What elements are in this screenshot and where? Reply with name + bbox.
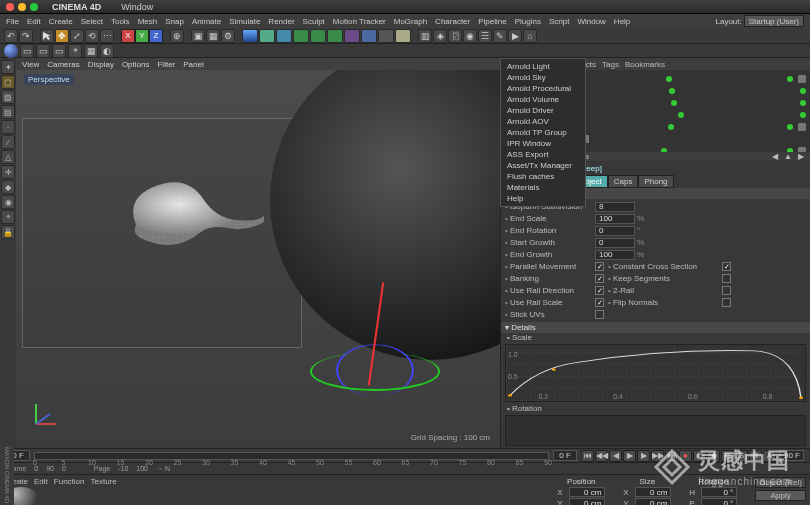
visibility-render-dot[interactable] xyxy=(800,112,806,118)
menu-character[interactable]: Character xyxy=(435,17,470,26)
light-button[interactable] xyxy=(395,29,411,43)
vp-menu-filter[interactable]: Filter xyxy=(157,60,175,69)
live-select-tool[interactable] xyxy=(40,29,54,43)
plugin-item[interactable]: Arnold Driver xyxy=(501,105,585,116)
play-fwd-button[interactable]: ▶ xyxy=(623,450,636,462)
stick-uvs-checkbox[interactable] xyxy=(595,310,604,319)
workplane-toggle[interactable]: ▦ xyxy=(84,44,98,58)
keep-segments-checkbox[interactable] xyxy=(722,274,731,283)
two-rail-checkbox[interactable] xyxy=(722,286,731,295)
tab-phong[interactable]: Phong xyxy=(638,175,673,188)
edge-mode-button[interactable]: ∕ xyxy=(1,135,15,149)
environment-button[interactable] xyxy=(361,29,377,43)
spline-pen-button[interactable] xyxy=(259,29,275,43)
timeline-cur-field[interactable]: 0 F xyxy=(553,450,577,461)
pos-y-input[interactable]: 0 cm xyxy=(569,498,605,505)
coord-mode-dropdown[interactable]: Object (Rel) xyxy=(755,477,806,488)
plugin-item[interactable]: Arnold Sky xyxy=(501,72,585,83)
move-tool[interactable]: ✥ xyxy=(55,29,69,43)
phong-tag-icon[interactable] xyxy=(798,75,806,83)
pos-x-input[interactable]: 0 cm xyxy=(569,487,605,497)
menu-mesh[interactable]: Mesh xyxy=(138,17,158,26)
visibility-editor-dot[interactable] xyxy=(678,112,684,118)
rot-p-input[interactable]: 0 ° xyxy=(701,498,737,505)
menu-simulate[interactable]: Simulate xyxy=(229,17,260,26)
generator-array-button[interactable] xyxy=(310,29,326,43)
camera-button[interactable] xyxy=(378,29,394,43)
rotation-spline-editor[interactable] xyxy=(505,415,806,446)
record-key-button[interactable]: ● xyxy=(679,450,692,462)
menu-render[interactable]: Render xyxy=(268,17,294,26)
texture-mode-button[interactable]: ▧ xyxy=(1,90,15,104)
am-nav-up-icon[interactable]: ▲ xyxy=(784,152,792,161)
sel-filter-1[interactable]: ▭ xyxy=(20,44,34,58)
mat-menu-edit[interactable]: Edit xyxy=(34,477,48,486)
end-scale-input[interactable]: 100 xyxy=(595,214,635,224)
tweak-mode-button[interactable]: ◆ xyxy=(1,180,15,194)
menu-motion-tracker[interactable]: Motion Tracker xyxy=(333,17,386,26)
end-rotation-input[interactable]: 0 xyxy=(595,226,635,236)
plugins-submenu[interactable]: Arnold Light Arnold Sky Arnold Procedura… xyxy=(500,58,586,207)
menu-file[interactable]: File xyxy=(6,17,19,26)
sculpt-button[interactable]: ✎ xyxy=(493,29,507,43)
goto-start-button[interactable]: ⏮ xyxy=(581,450,594,462)
os-menu-window[interactable]: Window xyxy=(121,2,153,12)
menu-mograph[interactable]: MoGraph xyxy=(394,17,427,26)
menu-edit[interactable]: Edit xyxy=(27,17,41,26)
render-view-button[interactable]: ▣ xyxy=(191,29,205,43)
am-nav-back-icon[interactable]: ◀ xyxy=(772,152,778,161)
timeline-end-field[interactable]: 90 F xyxy=(780,450,804,461)
plugin-item[interactable]: Materials xyxy=(501,182,585,193)
rail-scale-checkbox[interactable] xyxy=(595,298,604,307)
om-menu-tags[interactable]: Tags xyxy=(602,60,619,69)
parallel-movement-checkbox[interactable] xyxy=(595,262,604,271)
visibility-editor-dot[interactable] xyxy=(669,88,675,94)
visibility-editor-dot[interactable] xyxy=(666,76,672,82)
visibility-render-dot[interactable] xyxy=(787,148,793,152)
mat-menu-function[interactable]: Function xyxy=(54,477,85,486)
menu-select[interactable]: Select xyxy=(81,17,103,26)
render-settings-button[interactable]: ⚙ xyxy=(221,29,235,43)
menu-script[interactable]: Script xyxy=(549,17,569,26)
prev-frame-button[interactable]: ◀ xyxy=(609,450,622,462)
rail-direction-checkbox[interactable] xyxy=(595,286,604,295)
size-y-input[interactable]: 0 cm xyxy=(635,498,671,505)
dynamics-button[interactable]: ◉ xyxy=(463,29,477,43)
plugin-item[interactable]: Help xyxy=(501,193,585,204)
sel-filter-2[interactable]: ▭ xyxy=(36,44,50,58)
axis-y-toggle[interactable]: Y xyxy=(135,29,149,43)
visibility-render-dot[interactable] xyxy=(800,100,806,106)
active-tool-icon[interactable] xyxy=(4,44,18,58)
vp-menu-view[interactable]: View xyxy=(22,60,39,69)
phong-tag-icon[interactable] xyxy=(798,123,806,131)
menu-plugins[interactable]: Plugins xyxy=(515,17,541,26)
motion-button[interactable]: ▶ xyxy=(508,29,522,43)
scale-spline-editor[interactable]: 1.0 0.5 0.2 0.4 0.6 0.8 xyxy=(505,344,806,402)
point-mode-button[interactable]: · xyxy=(1,120,15,134)
window-close-button[interactable] xyxy=(6,3,14,11)
axis-z-toggle[interactable]: Z xyxy=(149,29,163,43)
rotate-tool[interactable]: ⟲ xyxy=(85,29,99,43)
flip-normals-checkbox[interactable] xyxy=(722,298,731,307)
mograph-effector-button[interactable]: ◈ xyxy=(433,29,447,43)
keyframe-sel-button[interactable]: ◆ xyxy=(707,450,720,462)
window-zoom-button[interactable] xyxy=(30,3,38,11)
visibility-editor-dot[interactable] xyxy=(668,124,674,130)
menu-help[interactable]: Help xyxy=(614,17,630,26)
snap-enable-button[interactable]: ⌖ xyxy=(1,210,15,224)
layout-dropdown[interactable]: Startup (User) xyxy=(744,15,804,27)
plugin-item[interactable]: ASS Export xyxy=(501,149,585,160)
end-growth-input[interactable]: 100 xyxy=(595,250,635,260)
rot-key-button[interactable]: R xyxy=(749,450,762,462)
snap-toggle[interactable]: ⌖ xyxy=(68,44,82,58)
rot-h-input[interactable]: 0 ° xyxy=(701,487,737,497)
plugin-item[interactable]: Arnold TP Group xyxy=(501,127,585,138)
section-details[interactable]: ▾ Details xyxy=(501,322,810,333)
goto-end-button[interactable]: ⏭ xyxy=(665,450,678,462)
spline-primitive-button[interactable] xyxy=(276,29,292,43)
timeline-track[interactable]: 051015202530354045505560657075808590 xyxy=(34,452,549,460)
generator-nurbs-button[interactable] xyxy=(293,29,309,43)
vp-menu-cameras[interactable]: Cameras xyxy=(47,60,79,69)
model-mode-button[interactable]: ▢ xyxy=(1,75,15,89)
sel-filter-3[interactable]: ▭ xyxy=(52,44,66,58)
